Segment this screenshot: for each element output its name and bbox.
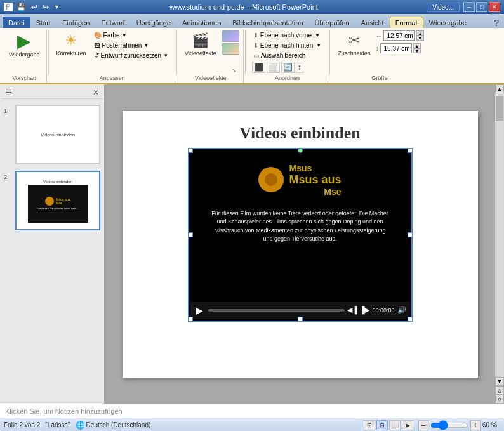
korrekturen-button[interactable]: ☀ Korrekturen (54, 30, 89, 58)
zoom-slider[interactable] (430, 421, 468, 429)
videoeffekte-expand-icon[interactable]: ↘ (232, 67, 237, 74)
help-icon[interactable]: ? (494, 18, 501, 28)
tab-entwurf[interactable]: Entwurf (95, 17, 130, 28)
zoom-in-button[interactable]: + (470, 420, 481, 430)
height-down[interactable]: ▼ (413, 48, 421, 53)
speaker-icon[interactable]: 🔊 (397, 306, 406, 314)
width-input[interactable] (383, 30, 415, 41)
status-bar: Folie 2 von 2 "Larissa" 🌐 Deutsch (Deuts… (0, 418, 504, 431)
normal-view-button[interactable]: ⊞ (364, 420, 375, 430)
handle-top-right[interactable] (408, 148, 413, 153)
tab-ansicht[interactable]: Ansicht (355, 17, 390, 28)
notes-bar[interactable]: Klicken Sie, um Notizen hinzuzufügen (0, 404, 504, 418)
tab-datei[interactable]: Datei (3, 17, 30, 28)
width-up[interactable]: ▲ (416, 30, 424, 36)
divider-1 (48, 30, 49, 74)
video-circle-inner (265, 173, 277, 186)
panel-close-icon[interactable]: ✕ (93, 88, 99, 97)
ebene-hinten-dropdown[interactable]: ▼ (316, 43, 321, 48)
handle-bot-right[interactable] (408, 317, 413, 322)
view-buttons: ⊞ ⊟ 📖 ▶ (364, 420, 413, 430)
scroll-thumb[interactable] (496, 96, 503, 121)
video-play-button[interactable]: ▶ (194, 305, 206, 316)
panel-tabs-icon: ☰ (5, 88, 12, 97)
slide-thumb-1[interactable]: Videos einbinden (15, 105, 100, 164)
wiedergabe-button[interactable]: ▶ Wiedergabe (6, 30, 43, 60)
align-right-icon[interactable]: 🔄 (281, 62, 295, 73)
align-center-icon[interactable]: ⬜ (267, 62, 280, 73)
redo-icon[interactable]: ↪ (41, 3, 50, 11)
tab-wiedergabe[interactable]: Wiedergabe (423, 17, 472, 28)
minimize-button[interactable]: – (463, 2, 475, 12)
tab-format[interactable]: Format (390, 17, 423, 28)
tab-animationen[interactable]: Animationen (176, 17, 227, 28)
rotate-icon[interactable]: ↕ (296, 62, 303, 73)
video-description: Für diesen Film wurden keine Tiere verle… (197, 209, 404, 244)
maximize-button[interactable]: □ (476, 2, 487, 12)
slide-sorter-button[interactable]: ⊟ (376, 420, 388, 430)
align-left-icon[interactable]: ⬛ (252, 62, 265, 73)
section-up-button[interactable]: △ (495, 386, 504, 395)
tab-bildschirmpraesentation[interactable]: Bildschirmpräsentation (227, 17, 308, 28)
tab-uebergaenge[interactable]: Übergänge (131, 17, 176, 28)
height-up[interactable]: ▲ (413, 43, 421, 48)
handle-bot-left[interactable] (188, 317, 193, 322)
entwurf-dropdown-icon[interactable]: ▼ (163, 53, 168, 58)
ebene-vorne-dropdown[interactable]: ▼ (315, 32, 320, 38)
slide-canvas[interactable]: Videos einbinden (123, 111, 478, 378)
zuschneiden-button[interactable]: ✂ Zuschneiden (335, 30, 373, 58)
scroll-up-button[interactable]: ▲ (495, 84, 504, 93)
zoom-controls: – + 60 % (418, 420, 500, 430)
tab-start[interactable]: Start (30, 17, 56, 28)
farbe-button[interactable]: 🎨 Farbe ▼ (91, 30, 171, 40)
scroll-track[interactable] (496, 93, 503, 377)
handle-top-left[interactable] (188, 148, 193, 153)
width-spinner[interactable]: ▲ ▼ (416, 30, 424, 41)
video-effect-preview-1[interactable] (222, 30, 239, 42)
height-spinner[interactable]: ▲ ▼ (413, 43, 421, 53)
posterrahmen-button[interactable]: 🖼 Posterrahmen ▼ (91, 41, 171, 50)
ebene-hinten-button[interactable]: ⬇ Ebene nach hinten ▼ (251, 41, 324, 50)
posterrahmen-dropdown-icon[interactable]: ▼ (143, 43, 149, 48)
videoeffekte-icon: 🎬 (192, 32, 209, 49)
entwurf-zuruecksetzen-button[interactable]: ↺ Entwurf zurücksetzen ▼ (91, 51, 171, 60)
height-input[interactable] (380, 43, 412, 53)
videoeffekte-button[interactable]: 🎬 Videoeffekte (182, 30, 219, 58)
tab-ueberpruefen[interactable]: Überprüfen (309, 17, 355, 28)
zoom-out-button[interactable]: – (418, 420, 428, 430)
slideshow-button[interactable]: ▶ (402, 420, 413, 430)
handle-top-center[interactable] (298, 148, 303, 153)
slide-panel-header: ☰ ✕ (1, 87, 103, 99)
farbe-label: Farbe (103, 32, 120, 39)
language-indicator[interactable]: 🌐 Deutsch (Deutschland) (76, 421, 151, 430)
reading-view-button[interactable]: 📖 (389, 420, 401, 430)
zuschneiden-label: Zuschneiden (338, 50, 371, 56)
slide-1-wrapper: 1 Videos einbinden (1, 102, 103, 168)
handle-bot-center[interactable] (298, 317, 303, 322)
undo-icon[interactable]: ↩ (30, 3, 39, 11)
divider-3 (245, 30, 246, 74)
slide-title: Videos einbinden (239, 124, 360, 143)
auswahlbereich-icon: ▭ (253, 52, 259, 59)
scroll-down-button[interactable]: ▼ (495, 377, 504, 386)
handle-mid-left[interactable] (188, 232, 193, 237)
slide-thumb-2[interactable]: Videos einbinden Msus ausMse Für diesen … (15, 171, 100, 230)
slide-info: Folie 2 von 2 (4, 421, 40, 428)
close-button[interactable]: ✕ (489, 2, 500, 12)
video-effect-preview-2[interactable] (222, 43, 239, 55)
save-icon[interactable]: 💾 (15, 3, 27, 11)
video-tab-button[interactable]: Video... (427, 3, 460, 12)
handle-mid-right[interactable] (408, 232, 413, 237)
ebene-vorne-button[interactable]: ⬆ Ebene nach vorne ▼ (251, 30, 322, 40)
slide-1-number: 1 (4, 103, 13, 114)
farbe-dropdown-icon[interactable]: ▼ (122, 32, 127, 38)
width-down[interactable]: ▼ (416, 36, 424, 41)
anpassen-group-label: Anpassen (54, 74, 171, 83)
tab-einfuegen[interactable]: Einfügen (56, 17, 95, 28)
qa-dropdown-icon[interactable]: ▼ (53, 4, 61, 10)
video-progress-bar[interactable] (208, 309, 345, 312)
video-container[interactable]: Msus Msus aus Mse Für diesen Film wurden… (189, 149, 411, 321)
auswahlbereich-button[interactable]: ▭ Auswahlbereich (251, 51, 308, 60)
video-logo-text2: Msus aus (289, 173, 341, 187)
section-down-button[interactable]: ▽ (495, 395, 504, 404)
